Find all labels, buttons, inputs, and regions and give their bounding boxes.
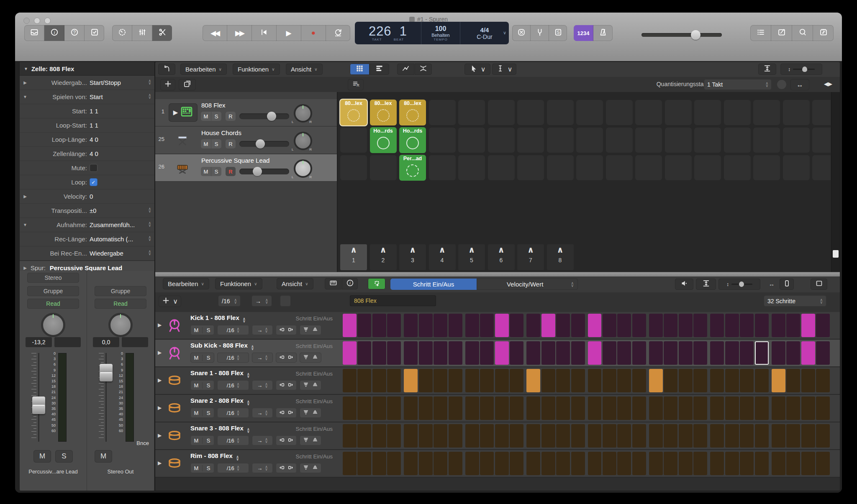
step-15[interactable] [556,341,570,365]
velocity-down-icon[interactable] [303,354,309,362]
stepper-icon[interactable]: ∧∨ [265,383,268,388]
rotate-left-icon[interactable] [278,326,285,334]
stepper-icon[interactable]: ∧∨ [148,207,151,212]
step-15[interactable] [556,452,570,475]
grid-view-button[interactable] [350,64,369,75]
empty-cell-slot[interactable] [547,100,574,125]
step-4[interactable] [387,424,401,448]
stepseq-row-snare-1-808-flex[interactable]: ▶Snare 1 - 808 Flex∧∨Schritt Ein/AusMS/1… [155,367,840,395]
rotate-right-icon[interactable] [287,409,294,417]
step-28[interactable] [755,314,769,337]
step-3[interactable] [372,397,386,420]
add-cell-button[interactable] [179,79,196,90]
row-name[interactable]: Kick 1 - 808 Flex [190,314,239,321]
zoom-slider-thumb[interactable] [739,281,744,287]
step-23[interactable] [679,314,693,337]
step-32[interactable] [816,452,830,475]
stepseq-row-rim-808-flex[interactable]: ▶Rim - 808 Flex∧∨Schritt Ein/AusMS/16∧∨→… [155,450,840,478]
step-9[interactable] [465,397,479,420]
playmode-popup[interactable]: →∧∨ [252,408,273,418]
scene-trigger-2[interactable]: ∧2 [370,244,397,270]
disclosure-right-icon[interactable]: ▶ [158,322,162,328]
step-23[interactable] [679,424,693,448]
step-8[interactable] [449,341,462,365]
row-edit-button[interactable]: R [348,79,364,90]
loop-cell[interactable]: 80...lex [370,100,397,125]
step-13[interactable] [526,341,540,365]
scene-trigger-3[interactable]: ∧3 [399,244,426,270]
step-15[interactable] [556,424,570,448]
step-12[interactable] [510,369,523,392]
step-4[interactable] [387,314,401,337]
tuning-button[interactable] [531,25,549,41]
step-17[interactable] [588,314,602,337]
step-30[interactable] [786,314,800,337]
rotate-buttons[interactable] [276,435,297,445]
inspector-row[interactable]: Bei Rec-En...Wiedergabe∧∨ [20,246,154,261]
step-3[interactable] [372,452,386,475]
step-17[interactable] [588,341,602,365]
step-31[interactable] [801,452,815,475]
velocity-down-icon[interactable] [303,381,309,389]
empty-cell-slot[interactable] [340,155,367,180]
step-9[interactable] [465,424,479,448]
step-20[interactable] [632,424,646,448]
step-26[interactable] [725,341,739,365]
rotate-left-icon[interactable] [278,437,285,445]
step-14[interactable] [541,314,555,337]
rotate-left-icon[interactable] [278,409,285,417]
step-1[interactable] [343,341,357,365]
inspector-row[interactable]: Transpositi...±0∧∨ [20,204,154,218]
empty-cell-slot[interactable] [458,155,485,180]
step-32[interactable] [816,341,830,365]
grid-scrollbar[interactable] [831,92,840,272]
mute-button[interactable]: M [190,355,203,361]
division-popup[interactable]: /16∧∨ [217,435,249,445]
note-pads-button[interactable] [771,25,792,41]
step-18[interactable] [603,314,616,337]
inspector-row[interactable]: Mute: [20,161,154,175]
checkbox[interactable] [90,164,98,172]
step-1[interactable] [343,424,357,448]
step-29[interactable] [772,424,785,448]
division-popup[interactable]: /16∧∨ [217,325,249,335]
step-28[interactable] [755,341,769,365]
step-10[interactable] [480,341,494,365]
row-name[interactable]: Snare 2 - 808 Flex [190,397,244,404]
solo-button[interactable]: S [203,437,214,444]
stepper-icon[interactable]: ∧∨ [265,410,268,415]
empty-cell-slot[interactable] [606,155,633,180]
stepper-icon[interactable]: ∧∨ [265,327,268,333]
velocity-up-icon[interactable] [312,409,318,417]
pattern-playmode-popup[interactable]: →∧∨ [251,295,272,307]
stepper-icon[interactable]: ∧∨ [237,355,240,360]
stepseq-row-kick-1-808-flex[interactable]: ▶Kick 1 - 808 Flex∧∨Schritt Ein/AusMS/16… [155,312,840,340]
step-14[interactable] [541,369,555,392]
inspector-row[interactable]: Start:1 1 [20,104,154,118]
step-17[interactable] [588,424,602,448]
menu-bearbeiten[interactable]: Bearbeiten∨ [163,278,209,289]
step-27[interactable] [740,341,754,365]
step-11[interactable] [495,424,509,448]
pan-knob[interactable] [108,313,133,337]
playmode-popup[interactable]: →∧∨ [252,463,273,473]
volume-slider-thumb[interactable] [267,112,276,121]
empty-cell-slot[interactable] [753,100,780,125]
step-1[interactable] [343,369,357,392]
step-5[interactable] [404,314,418,337]
volume-value[interactable]: -13,2 [26,337,52,347]
no-overlap-button[interactable] [512,25,531,41]
step-29[interactable] [772,397,785,420]
velocity-up-icon[interactable] [312,381,318,389]
step-32[interactable] [816,314,830,337]
left-right-icon[interactable]: ↔ [769,281,775,287]
rotate-right-icon[interactable] [287,381,294,389]
step-29[interactable] [772,369,785,392]
record-button[interactable]: ● [301,25,326,41]
step-4[interactable] [387,452,401,475]
editors-button[interactable] [152,25,172,41]
inspector-value[interactable] [90,164,154,172]
step-18[interactable] [603,341,616,365]
velocity-down-icon[interactable] [303,326,309,334]
step-23[interactable] [679,369,693,392]
